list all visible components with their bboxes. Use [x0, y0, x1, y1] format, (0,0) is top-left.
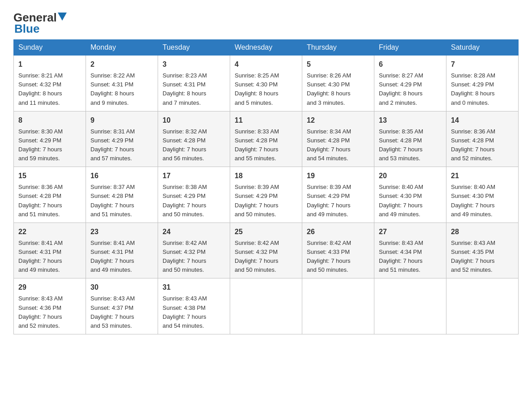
day-cell-14: 14Sunrise: 8:36 AMSunset: 4:28 PMDayligh…	[446, 111, 519, 167]
calendar-week-row: 1Sunrise: 8:21 AMSunset: 4:32 PMDaylight…	[14, 56, 519, 111]
day-info: Sunrise: 8:42 AMSunset: 4:33 PMDaylight:…	[307, 239, 369, 275]
calendar-week-row: 15Sunrise: 8:36 AMSunset: 4:28 PMDayligh…	[14, 167, 519, 223]
day-number: 25	[235, 227, 297, 237]
day-cell-30: 30Sunrise: 8:43 AMSunset: 4:37 PMDayligh…	[86, 278, 158, 334]
day-cell-22: 22Sunrise: 8:41 AMSunset: 4:31 PMDayligh…	[14, 223, 86, 278]
svg-marker-0	[58, 13, 67, 21]
day-info: Sunrise: 8:26 AMSunset: 4:30 PMDaylight:…	[307, 71, 369, 107]
day-info: Sunrise: 8:23 AMSunset: 4:31 PMDaylight:…	[163, 71, 225, 107]
logo-triangle-icon	[58, 13, 67, 21]
day-cell-12: 12Sunrise: 8:34 AMSunset: 4:28 PMDayligh…	[302, 111, 374, 167]
day-info: Sunrise: 8:43 AMSunset: 4:36 PMDaylight:…	[18, 294, 81, 330]
day-cell-13: 13Sunrise: 8:35 AMSunset: 4:28 PMDayligh…	[374, 111, 446, 167]
day-cell-5: 5Sunrise: 8:26 AMSunset: 4:30 PMDaylight…	[302, 56, 374, 111]
day-number: 16	[90, 171, 153, 181]
day-info: Sunrise: 8:43 AMSunset: 4:37 PMDaylight:…	[90, 294, 153, 330]
day-cell-4: 4Sunrise: 8:25 AMSunset: 4:30 PMDaylight…	[230, 56, 302, 111]
day-info: Sunrise: 8:31 AMSunset: 4:29 PMDaylight:…	[90, 127, 153, 163]
day-number: 19	[307, 171, 369, 181]
day-info: Sunrise: 8:41 AMSunset: 4:31 PMDaylight:…	[18, 239, 81, 275]
day-number: 4	[235, 59, 297, 70]
day-info: Sunrise: 8:39 AMSunset: 4:29 PMDaylight:…	[307, 183, 369, 219]
day-info: Sunrise: 8:43 AMSunset: 4:38 PMDaylight:…	[163, 294, 225, 330]
day-number: 24	[163, 227, 225, 237]
weekday-header-friday: Friday	[374, 40, 446, 56]
day-info: Sunrise: 8:22 AMSunset: 4:31 PMDaylight:…	[90, 71, 153, 107]
calendar-table: SundayMondayTuesdayWednesdayThursdayFrid…	[13, 39, 519, 334]
weekday-header-row: SundayMondayTuesdayWednesdayThursdayFrid…	[14, 40, 519, 56]
day-info: Sunrise: 8:33 AMSunset: 4:28 PMDaylight:…	[235, 127, 297, 163]
day-info: Sunrise: 8:27 AMSunset: 4:29 PMDaylight:…	[379, 71, 442, 107]
day-number: 1	[18, 59, 81, 70]
day-cell-17: 17Sunrise: 8:38 AMSunset: 4:29 PMDayligh…	[158, 167, 230, 223]
day-cell-10: 10Sunrise: 8:32 AMSunset: 4:28 PMDayligh…	[158, 111, 230, 167]
day-info: Sunrise: 8:41 AMSunset: 4:31 PMDaylight:…	[90, 239, 153, 275]
calendar-week-row: 22Sunrise: 8:41 AMSunset: 4:31 PMDayligh…	[14, 223, 519, 278]
day-info: Sunrise: 8:36 AMSunset: 4:28 PMDaylight:…	[451, 127, 514, 163]
day-info: Sunrise: 8:40 AMSunset: 4:30 PMDaylight:…	[451, 183, 514, 219]
day-number: 11	[235, 115, 297, 126]
day-number: 27	[379, 227, 442, 237]
day-info: Sunrise: 8:43 AMSunset: 4:34 PMDaylight:…	[379, 239, 442, 275]
day-cell-1: 1Sunrise: 8:21 AMSunset: 4:32 PMDaylight…	[14, 56, 86, 111]
logo-container: General Blue	[13, 11, 67, 35]
day-number: 18	[235, 171, 297, 181]
day-number: 7	[451, 59, 514, 70]
weekday-header-monday: Monday	[86, 40, 158, 56]
day-cell-3: 3Sunrise: 8:23 AMSunset: 4:31 PMDaylight…	[158, 56, 230, 111]
day-cell-11: 11Sunrise: 8:33 AMSunset: 4:28 PMDayligh…	[230, 111, 302, 167]
day-number: 2	[90, 59, 153, 70]
day-number: 15	[18, 171, 81, 181]
empty-day-cell	[374, 278, 446, 334]
day-info: Sunrise: 8:42 AMSunset: 4:32 PMDaylight:…	[235, 239, 297, 275]
day-number: 22	[18, 227, 81, 237]
day-info: Sunrise: 8:28 AMSunset: 4:29 PMDaylight:…	[451, 71, 514, 107]
calendar-week-row: 8Sunrise: 8:30 AMSunset: 4:29 PMDaylight…	[14, 111, 519, 167]
day-cell-2: 2Sunrise: 8:22 AMSunset: 4:31 PMDaylight…	[86, 56, 158, 111]
logo: General Blue	[13, 11, 67, 35]
day-info: Sunrise: 8:21 AMSunset: 4:32 PMDaylight:…	[18, 71, 81, 107]
weekday-header-sunday: Sunday	[14, 40, 86, 56]
day-info: Sunrise: 8:43 AMSunset: 4:35 PMDaylight:…	[451, 239, 514, 275]
day-number: 23	[90, 227, 153, 237]
empty-day-cell	[230, 278, 302, 334]
day-cell-9: 9Sunrise: 8:31 AMSunset: 4:29 PMDaylight…	[86, 111, 158, 167]
day-number: 6	[379, 59, 442, 70]
day-number: 21	[451, 171, 514, 181]
day-cell-21: 21Sunrise: 8:40 AMSunset: 4:30 PMDayligh…	[446, 167, 519, 223]
day-cell-15: 15Sunrise: 8:36 AMSunset: 4:28 PMDayligh…	[14, 167, 86, 223]
day-info: Sunrise: 8:25 AMSunset: 4:30 PMDaylight:…	[235, 71, 297, 107]
day-number: 30	[90, 282, 153, 293]
day-number: 3	[163, 59, 225, 70]
day-cell-26: 26Sunrise: 8:42 AMSunset: 4:33 PMDayligh…	[302, 223, 374, 278]
day-number: 29	[18, 282, 81, 293]
weekday-header-thursday: Thursday	[302, 40, 374, 56]
day-cell-18: 18Sunrise: 8:39 AMSunset: 4:29 PMDayligh…	[230, 167, 302, 223]
day-cell-7: 7Sunrise: 8:28 AMSunset: 4:29 PMDaylight…	[446, 56, 519, 111]
day-number: 31	[163, 282, 225, 293]
empty-day-cell	[446, 278, 519, 334]
logo-text-block: General Blue	[13, 11, 67, 35]
logo-blue-word: Blue	[14, 22, 67, 35]
day-number: 26	[307, 227, 369, 237]
day-number: 13	[379, 115, 442, 126]
day-number: 20	[379, 171, 442, 181]
day-info: Sunrise: 8:40 AMSunset: 4:30 PMDaylight:…	[379, 183, 442, 219]
weekday-header-wednesday: Wednesday	[230, 40, 302, 56]
page-header: General Blue	[13, 9, 519, 35]
day-cell-6: 6Sunrise: 8:27 AMSunset: 4:29 PMDaylight…	[374, 56, 446, 111]
calendar-week-row: 29Sunrise: 8:43 AMSunset: 4:36 PMDayligh…	[14, 278, 519, 334]
day-info: Sunrise: 8:30 AMSunset: 4:29 PMDaylight:…	[18, 127, 81, 163]
day-cell-29: 29Sunrise: 8:43 AMSunset: 4:36 PMDayligh…	[14, 278, 86, 334]
day-info: Sunrise: 8:42 AMSunset: 4:32 PMDaylight:…	[163, 239, 225, 275]
day-cell-23: 23Sunrise: 8:41 AMSunset: 4:31 PMDayligh…	[86, 223, 158, 278]
day-cell-20: 20Sunrise: 8:40 AMSunset: 4:30 PMDayligh…	[374, 167, 446, 223]
day-cell-31: 31Sunrise: 8:43 AMSunset: 4:38 PMDayligh…	[158, 278, 230, 334]
day-number: 5	[307, 59, 369, 70]
day-cell-16: 16Sunrise: 8:37 AMSunset: 4:28 PMDayligh…	[86, 167, 158, 223]
day-cell-28: 28Sunrise: 8:43 AMSunset: 4:35 PMDayligh…	[446, 223, 519, 278]
day-cell-8: 8Sunrise: 8:30 AMSunset: 4:29 PMDaylight…	[14, 111, 86, 167]
day-number: 14	[451, 115, 514, 126]
day-number: 8	[18, 115, 81, 126]
day-number: 28	[451, 227, 514, 237]
